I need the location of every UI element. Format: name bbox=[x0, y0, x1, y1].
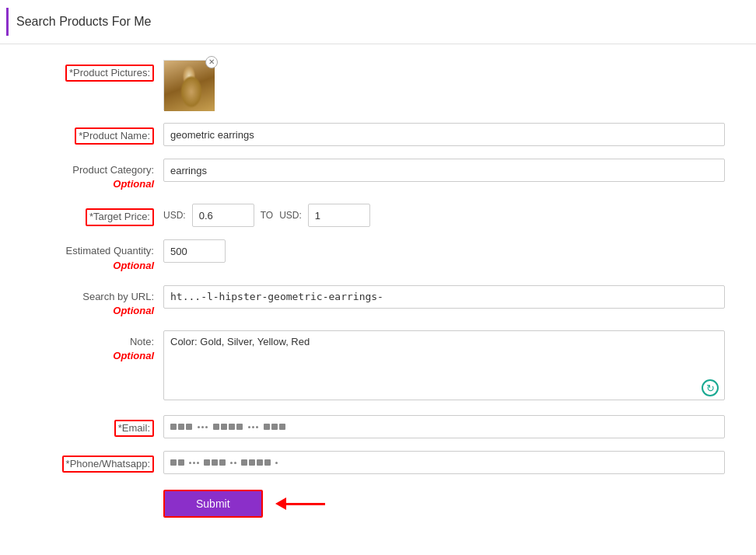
estimated-qty-row: Estimated Quantity: Optional bbox=[31, 239, 725, 272]
target-price-label: *Target Price: bbox=[86, 208, 154, 225]
search-url-input[interactable] bbox=[163, 285, 725, 309]
search-url-input-col bbox=[163, 285, 725, 309]
product-image-preview bbox=[164, 61, 215, 111]
note-label-col: Note: Optional bbox=[31, 330, 163, 363]
page-title: Search Products For Me bbox=[16, 15, 151, 29]
target-price-label-col: *Target Price: bbox=[31, 204, 163, 225]
product-pictures-row: *Product Pictures: ✕ bbox=[31, 60, 725, 110]
phone-row: *Phone/Whatsapp: bbox=[31, 451, 725, 474]
product-name-row: *Product Name: bbox=[31, 123, 725, 146]
note-textarea[interactable]: Color: Gold, Silver, Yellow, Red bbox=[163, 330, 725, 400]
product-pictures-label-col: *Product Pictures: bbox=[31, 60, 163, 82]
phone-label: *Phone/Whatsapp: bbox=[62, 456, 154, 473]
search-url-optional: Optional bbox=[31, 304, 154, 318]
target-price-currency1-label: USD: bbox=[163, 210, 186, 221]
note-label: Note: bbox=[130, 336, 154, 347]
page-header: Search Products For Me bbox=[0, 0, 756, 44]
estimated-qty-label: Estimated Quantity: bbox=[66, 245, 154, 257]
submit-button[interactable]: Submit bbox=[163, 490, 263, 518]
estimated-qty-input-col bbox=[163, 239, 725, 263]
product-name-input[interactable] bbox=[163, 123, 725, 146]
product-category-row: Product Category: Optional bbox=[31, 159, 725, 191]
email-input[interactable] bbox=[163, 415, 725, 438]
target-price-to-input[interactable] bbox=[308, 204, 370, 227]
product-name-label: *Product Name: bbox=[75, 127, 154, 145]
target-price-currency2-label: USD: bbox=[279, 210, 302, 221]
product-category-optional: Optional bbox=[31, 177, 154, 191]
email-label: *Email: bbox=[114, 420, 154, 437]
form-area: *Product Pictures: ✕ *Product Name: Prod… bbox=[0, 44, 756, 541]
product-name-input-col bbox=[163, 123, 725, 146]
page-wrapper: Search Products For Me *Product Pictures… bbox=[0, 0, 756, 541]
product-category-input[interactable] bbox=[163, 159, 725, 182]
product-category-label: Product Category: bbox=[72, 164, 154, 176]
estimated-qty-optional: Optional bbox=[31, 259, 154, 273]
note-refresh-icon[interactable]: ↻ bbox=[702, 379, 719, 396]
image-close-button[interactable]: ✕ bbox=[205, 56, 218, 68]
estimated-qty-input[interactable] bbox=[163, 239, 226, 263]
search-url-label-col: Search by URL: Optional bbox=[31, 285, 163, 318]
product-pictures-label: *Product Pictures: bbox=[65, 65, 154, 82]
product-category-label-col: Product Category: Optional bbox=[31, 159, 163, 191]
phone-input[interactable] bbox=[163, 451, 725, 474]
note-input-col: Color: Gold, Silver, Yellow, Red ↻ bbox=[163, 330, 725, 403]
target-price-row: *Target Price: USD: TO USD: bbox=[31, 204, 725, 227]
search-url-row: Search by URL: Optional bbox=[31, 285, 725, 318]
note-optional: Optional bbox=[31, 349, 154, 363]
estimated-qty-label-col: Estimated Quantity: Optional bbox=[31, 239, 163, 272]
target-price-from-input[interactable] bbox=[192, 204, 254, 227]
target-price-fields: USD: TO USD: bbox=[163, 204, 725, 227]
phone-label-col: *Phone/Whatsapp: bbox=[31, 451, 163, 473]
arrow-indicator bbox=[275, 497, 325, 510]
note-textarea-wrapper: Color: Gold, Silver, Yellow, Red ↻ bbox=[163, 330, 725, 403]
search-url-label: Search by URL: bbox=[82, 291, 154, 302]
email-label-col: *Email: bbox=[31, 415, 163, 437]
phone-input-col bbox=[163, 451, 725, 474]
product-category-input-col bbox=[163, 159, 725, 182]
product-image-box: ✕ bbox=[163, 60, 214, 110]
email-row: *Email: bbox=[31, 415, 725, 438]
arrow-head bbox=[275, 497, 286, 510]
product-name-label-col: *Product Name: bbox=[31, 123, 163, 145]
email-input-col bbox=[163, 415, 725, 438]
product-pictures-input-col: ✕ bbox=[163, 60, 725, 110]
target-price-input-col: USD: TO USD: bbox=[163, 204, 725, 227]
note-row: Note: Optional Color: Gold, Silver, Yell… bbox=[31, 330, 725, 403]
arrow-shaft bbox=[286, 503, 325, 505]
target-price-to-label: TO bbox=[261, 210, 273, 221]
left-border-bar bbox=[6, 8, 9, 36]
submit-row: Submit bbox=[31, 490, 725, 518]
